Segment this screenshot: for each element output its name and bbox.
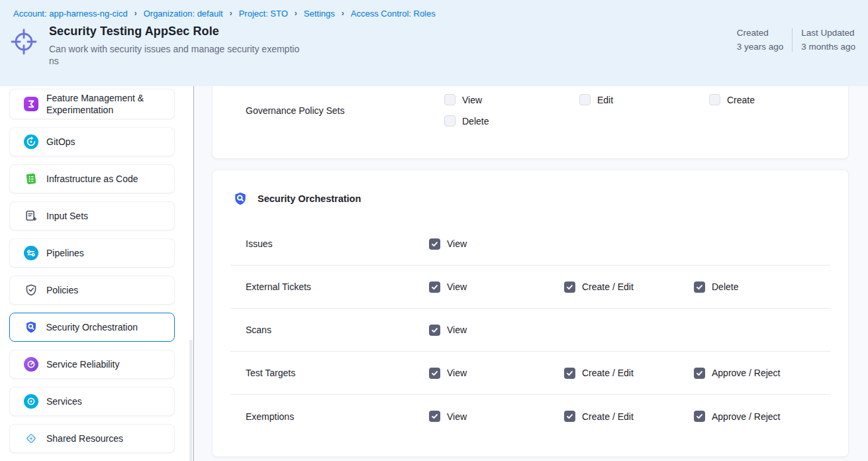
permission-approve-reject: Approve / Reject bbox=[694, 411, 781, 422]
permission-grid: ViewCreate / EditApprove / Reject bbox=[429, 368, 781, 379]
check-icon bbox=[696, 413, 703, 420]
card-title: Security Orchestration bbox=[258, 193, 361, 204]
sidebar-item-infrastructure-as-code[interactable]: Infrastructure as Code bbox=[9, 164, 175, 193]
permission-view: View bbox=[429, 325, 564, 336]
checkbox-view[interactable] bbox=[429, 325, 440, 336]
security-orchestration-icon bbox=[24, 320, 38, 334]
permission-label: View bbox=[447, 411, 467, 422]
checkbox-create[interactable] bbox=[709, 94, 720, 105]
permission-grid: View bbox=[429, 238, 694, 250]
page-title: Security Testing AppSec Role bbox=[49, 25, 302, 38]
shared-resources-icon bbox=[24, 431, 38, 446]
check-icon bbox=[431, 283, 438, 291]
permission-label: Create / Edit bbox=[582, 411, 634, 422]
breadcrumb: Account: app-harness-ng-cicd›Organizatio… bbox=[0, 0, 868, 19]
sidebar-item-security-orchestration[interactable]: Security Orchestration bbox=[9, 313, 175, 342]
sidebar-item-label: Shared Resources bbox=[46, 433, 123, 444]
breadcrumb-link-project[interactable]: Project: STO bbox=[239, 9, 288, 19]
breadcrumb-link-account[interactable]: Account: app-harness-ng-cicd bbox=[13, 9, 128, 19]
sidebar-scrollbar[interactable] bbox=[189, 340, 193, 461]
updated-label: Last Updated bbox=[801, 28, 855, 38]
sidebar-item-label: Pipelines bbox=[46, 247, 84, 259]
sidebar-item-label: Infrastructure as Code bbox=[46, 173, 138, 185]
checkbox-view[interactable] bbox=[429, 238, 440, 250]
breadcrumb-chevron-icon: › bbox=[134, 9, 137, 18]
input-sets-icon bbox=[24, 209, 38, 223]
service-reliability-icon bbox=[24, 357, 38, 372]
permission-view: View bbox=[429, 368, 564, 379]
permission-label: Delete bbox=[712, 282, 738, 292]
sidebar-item-label: Feature Management & Experimentation bbox=[46, 92, 168, 116]
sidebar-item-shared-resources[interactable]: Shared Resources bbox=[9, 424, 175, 453]
shield-search-icon bbox=[233, 191, 248, 206]
page-header-band: Account: app-harness-ng-cicd›Organizatio… bbox=[0, 0, 868, 86]
permission-label: Approve / Reject bbox=[712, 411, 781, 422]
permission-row-issues: IssuesView bbox=[230, 223, 830, 266]
checkbox-approve-reject[interactable] bbox=[694, 368, 705, 379]
checkbox-view[interactable] bbox=[429, 368, 440, 379]
permission-grid: View bbox=[429, 325, 694, 336]
permission-view: View bbox=[429, 411, 564, 422]
sidebar-item-services[interactable]: Services bbox=[9, 387, 175, 416]
sidebar-item-label: Service Reliability bbox=[46, 358, 119, 370]
checkbox-delete[interactable] bbox=[444, 115, 456, 127]
resource-sidebar: Feature Management & ExperimentationGitO… bbox=[0, 86, 194, 461]
permission-create-edit: Create / Edit bbox=[564, 411, 694, 422]
breadcrumb-link-settings[interactable]: Settings bbox=[304, 9, 335, 19]
breadcrumb-chevron-icon: › bbox=[342, 9, 344, 18]
check-icon bbox=[431, 413, 438, 420]
permission-label: Delete bbox=[462, 116, 489, 127]
checkbox-view[interactable] bbox=[444, 94, 456, 105]
permission-grid: ViewCreate / EditDelete bbox=[429, 282, 738, 293]
app-root: Account: app-harness-ng-cicd›Organizatio… bbox=[0, 0, 868, 461]
permission-label: Create / Edit bbox=[582, 282, 634, 292]
checkbox-view[interactable] bbox=[429, 282, 440, 293]
permission-label: View bbox=[462, 95, 482, 105]
permission-approve-reject: Approve / Reject bbox=[694, 368, 781, 379]
breadcrumb-chevron-icon: › bbox=[230, 9, 232, 18]
permission-delete: Delete bbox=[694, 282, 738, 293]
permission-label: Create / Edit bbox=[582, 368, 634, 378]
checkbox-create-edit[interactable] bbox=[564, 282, 575, 293]
permission-create: Create bbox=[709, 94, 755, 105]
checkbox-edit[interactable] bbox=[579, 94, 591, 105]
breadcrumb-link-access-control[interactable]: Access Control: Roles bbox=[351, 9, 436, 19]
permission-label: Edit bbox=[597, 95, 613, 105]
infrastructure-as-code-icon bbox=[24, 172, 38, 186]
role-description: Can work with security issues and manage… bbox=[49, 43, 302, 67]
checkbox-create-edit[interactable] bbox=[564, 368, 575, 379]
sidebar-item-label: GitOps bbox=[46, 136, 75, 148]
role-meta: Created 3 years ago Last Updated 3 month… bbox=[737, 28, 855, 52]
target-icon bbox=[9, 27, 38, 59]
pipelines-icon bbox=[24, 246, 38, 260]
permission-view: View bbox=[444, 94, 579, 105]
check-icon bbox=[696, 283, 703, 291]
sidebar-item-gitops[interactable]: GitOps bbox=[9, 127, 175, 156]
permission-label: Approve / Reject bbox=[712, 368, 781, 378]
resource-label: Scans bbox=[246, 325, 429, 335]
sidebar-item-input-sets[interactable]: Input Sets bbox=[9, 201, 175, 230]
sidebar-item-feature-management-experimentation[interactable]: Feature Management & Experimentation bbox=[9, 89, 175, 119]
permission-label: View bbox=[447, 282, 467, 292]
sidebar-item-label: Policies bbox=[46, 284, 78, 296]
breadcrumb-chevron-icon: › bbox=[295, 9, 297, 18]
check-icon bbox=[696, 370, 703, 377]
check-icon bbox=[566, 283, 573, 291]
permission-row-scans: ScansView bbox=[230, 309, 830, 352]
sidebar-item-pipelines[interactable]: Pipelines bbox=[9, 238, 175, 268]
created-label: Created bbox=[737, 28, 784, 38]
resource-label: Issues bbox=[246, 238, 429, 249]
checkbox-approve-reject[interactable] bbox=[694, 411, 705, 422]
checkbox-view[interactable] bbox=[429, 411, 440, 422]
sidebar-item-label: Input Sets bbox=[46, 210, 88, 222]
resource-label: Exemptions bbox=[246, 411, 429, 422]
permission-view: View bbox=[429, 238, 564, 250]
permission-grid: ViewCreate / EditApprove / Reject bbox=[429, 411, 781, 422]
breadcrumb-link-organization[interactable]: Organization: default bbox=[144, 9, 223, 19]
sidebar-item-policies[interactable]: Policies bbox=[9, 276, 175, 305]
feature-flags-icon bbox=[24, 97, 38, 111]
check-icon bbox=[431, 240, 438, 248]
checkbox-create-edit[interactable] bbox=[564, 411, 575, 422]
checkbox-delete[interactable] bbox=[694, 282, 705, 293]
sidebar-item-service-reliability[interactable]: Service Reliability bbox=[9, 350, 175, 379]
